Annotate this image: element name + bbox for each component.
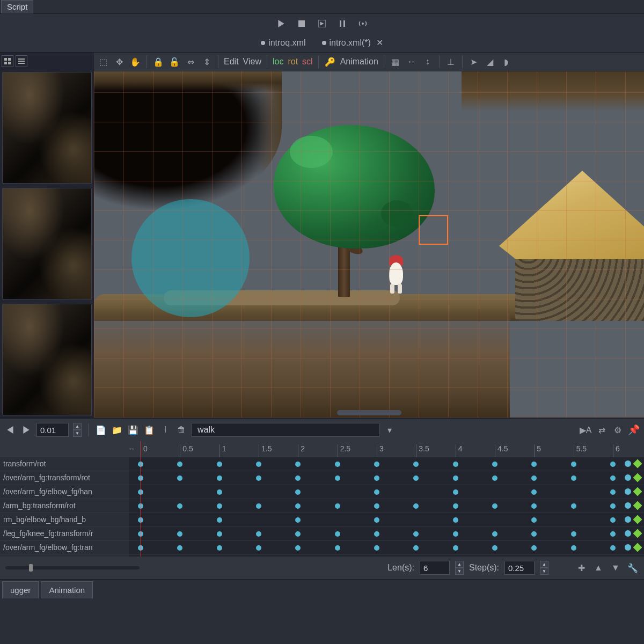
- track-edit-icon[interactable]: [633, 459, 642, 469]
- track-edit-icon[interactable]: [633, 501, 642, 510]
- keyframe[interactable]: [295, 531, 301, 537]
- track-label[interactable]: /leg_fg/knee_fg:transform/r: [0, 527, 129, 541]
- snap-h-icon[interactable]: ↔: [406, 56, 418, 68]
- keyframe[interactable]: [610, 545, 616, 551]
- keyframe[interactable]: [374, 503, 379, 509]
- keyframe[interactable]: [374, 475, 379, 481]
- asset-thumb[interactable]: [2, 72, 92, 184]
- play-reverse-icon[interactable]: [4, 424, 16, 436]
- len-input[interactable]: [420, 561, 450, 575]
- keyframe[interactable]: [177, 531, 182, 537]
- keyframe[interactable]: [531, 503, 537, 509]
- keyframe[interactable]: [610, 475, 616, 481]
- keyframe[interactable]: [295, 462, 301, 467]
- view-menu[interactable]: View: [243, 57, 261, 67]
- step-down-icon[interactable]: ▼: [540, 568, 548, 575]
- viewport-hscroll[interactable]: [337, 410, 401, 415]
- len-up-icon[interactable]: ▲: [455, 561, 464, 568]
- keyframe[interactable]: [295, 489, 301, 495]
- delete-icon[interactable]: 🗑: [175, 424, 187, 436]
- scl-toggle[interactable]: scl: [302, 57, 313, 67]
- track-row[interactable]: [129, 513, 644, 527]
- keyframe[interactable]: [610, 503, 616, 509]
- keyframe[interactable]: [531, 517, 537, 523]
- track-end-icon[interactable]: [625, 530, 631, 537]
- track-edit-icon[interactable]: [633, 515, 642, 524]
- track-row[interactable]: [129, 499, 644, 513]
- pan-icon[interactable]: ✋: [129, 56, 141, 68]
- keyframe[interactable]: [453, 545, 458, 551]
- keyframe[interactable]: [256, 475, 261, 481]
- keyframe[interactable]: [453, 531, 458, 537]
- time-up-icon[interactable]: ▲: [73, 423, 82, 430]
- keyframe[interactable]: [335, 545, 340, 551]
- keyframe[interactable]: [531, 531, 537, 537]
- keyframe[interactable]: [217, 531, 222, 537]
- keyframe[interactable]: [177, 475, 182, 481]
- keyframe[interactable]: [531, 475, 537, 481]
- move-down-icon[interactable]: ▼: [610, 562, 621, 574]
- anchor-icon[interactable]: ⊥: [445, 56, 457, 68]
- rename-icon[interactable]: I: [159, 424, 171, 436]
- keyframe[interactable]: [413, 531, 419, 537]
- keyframe[interactable]: [374, 531, 379, 537]
- bone-icon[interactable]: ◢: [484, 56, 496, 68]
- keyframe[interactable]: [374, 517, 379, 523]
- keyframe[interactable]: [256, 503, 261, 509]
- keyframe[interactable]: [571, 531, 576, 537]
- track-edit-icon[interactable]: [633, 473, 642, 482]
- tab-animation[interactable]: Animation: [41, 581, 93, 598]
- track-label[interactable]: transform/rot: [0, 457, 129, 471]
- track-label[interactable]: /over/arm_fg/elbow_fg/han: [0, 485, 129, 499]
- len-down-icon[interactable]: ▼: [455, 568, 464, 575]
- track-label[interactable]: /arm_bg:transform/rot: [0, 499, 129, 513]
- track-edit-icon[interactable]: [633, 487, 642, 496]
- keyframe[interactable]: [177, 503, 182, 509]
- shape-icon[interactable]: ◗: [500, 56, 512, 68]
- keyframe[interactable]: [610, 517, 616, 523]
- keyframe[interactable]: [453, 503, 458, 509]
- keyframe[interactable]: [453, 462, 458, 467]
- tools-icon[interactable]: 🔧: [627, 562, 639, 574]
- select-icon[interactable]: ⬚: [97, 56, 109, 68]
- track-row[interactable]: [129, 527, 644, 541]
- play-forward-icon[interactable]: [20, 424, 32, 436]
- keyframe[interactable]: [217, 545, 222, 551]
- lock-icon[interactable]: 🔒: [152, 56, 164, 68]
- keyframe[interactable]: [335, 531, 340, 537]
- open-anim-icon[interactable]: 📁: [111, 424, 123, 436]
- keyframe[interactable]: [217, 475, 222, 481]
- copy-anim-icon[interactable]: 📋: [143, 424, 155, 436]
- keyframe[interactable]: [453, 475, 458, 481]
- grid-view-icon[interactable]: [2, 55, 13, 67]
- track-label[interactable]: rm_bg/elbow_bg/hand_b: [0, 513, 129, 527]
- keyframe[interactable]: [217, 517, 222, 523]
- keyframe[interactable]: [295, 503, 301, 509]
- time-down-icon[interactable]: ▼: [73, 430, 82, 437]
- track-row[interactable]: [129, 471, 644, 485]
- script-button[interactable]: Script: [1, 0, 33, 13]
- broadcast-icon[interactable]: [358, 19, 368, 28]
- keyframe[interactable]: [256, 531, 261, 537]
- anim-dropdown-icon[interactable]: ▾: [384, 424, 396, 436]
- track-end-icon[interactable]: [625, 544, 631, 551]
- snap-v-icon[interactable]: ↕: [422, 56, 434, 68]
- track-row[interactable]: [129, 485, 644, 499]
- keyframe[interactable]: [217, 462, 222, 467]
- key-icon[interactable]: 🔑: [324, 56, 336, 68]
- keyframe[interactable]: [256, 462, 261, 467]
- track-end-icon[interactable]: [625, 488, 631, 495]
- pin-icon[interactable]: 📌: [628, 424, 640, 436]
- track-end-icon[interactable]: [625, 474, 631, 481]
- doc-tab-2[interactable]: intro.xml(*) ✕: [322, 38, 383, 48]
- keyframe[interactable]: [531, 545, 537, 551]
- keyframe[interactable]: [295, 545, 301, 551]
- track-label[interactable]: /over/arm_fg:transform/rot: [0, 471, 129, 485]
- keyframe[interactable]: [492, 475, 497, 481]
- play-icon[interactable]: [276, 19, 286, 28]
- loop-icon[interactable]: ⇄: [596, 424, 608, 436]
- pause-icon[interactable]: [338, 19, 347, 28]
- keyframe[interactable]: [492, 462, 497, 467]
- keyframe[interactable]: [571, 545, 576, 551]
- keyframe[interactable]: [531, 462, 537, 467]
